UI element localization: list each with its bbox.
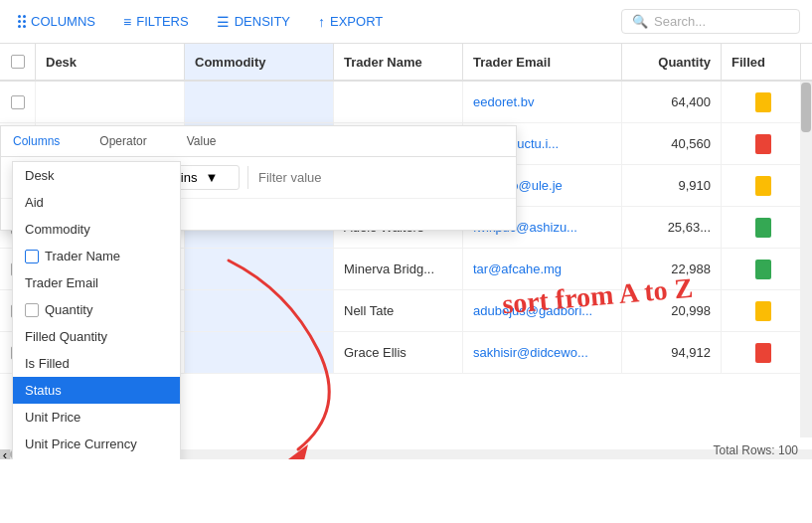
cell-quantity: 64,400: [622, 82, 722, 122]
filters-label: FILTERS: [136, 14, 189, 29]
cell-trader-name: Grace Ellis: [334, 332, 463, 373]
density-icon: ☰: [217, 14, 230, 30]
col-dropdown-item-aid[interactable]: Aid: [13, 189, 180, 216]
col-dropdown-item-status[interactable]: Status: [13, 377, 180, 404]
columns-icon: [18, 15, 26, 28]
cell-quantity: 25,63...: [622, 207, 722, 248]
filters-icon: ≡: [123, 14, 131, 30]
header-trader-email: Trader Email: [463, 44, 622, 80]
filter-header: Columns Operator Value: [1, 126, 516, 157]
export-icon: ↑: [318, 14, 325, 30]
cell-quantity: 22,988: [622, 249, 722, 289]
col-dropdown-item-filled-qty[interactable]: Filled Quantity: [13, 323, 180, 350]
filter-columns-label: Columns: [13, 134, 60, 148]
col-dropdown-item-unit-price[interactable]: Unit Price: [13, 404, 180, 431]
filter-value-input[interactable]: [247, 166, 504, 189]
density-button[interactable]: ☰ DENSITY: [211, 10, 296, 34]
filter-operator-chevron: ▼: [205, 170, 218, 185]
header-filled: Filled: [722, 44, 801, 80]
filter-value-label: Value: [187, 134, 217, 148]
scroll-left-arrow[interactable]: ‹: [0, 449, 10, 459]
cell-commodity: [185, 332, 334, 373]
header-checkbox-cell: [0, 44, 36, 80]
header-quantity: Quantity: [622, 44, 722, 80]
header-desk: Desk: [36, 44, 185, 80]
cell-trader-email: eedoret.bv: [463, 82, 622, 122]
cell-quantity: 40,560: [622, 123, 722, 164]
cell-filled: [722, 249, 801, 289]
table-header: Desk Commodity Trader Name Trader Email …: [0, 44, 812, 82]
cell-trader-email: adubojus@gadbori...: [463, 290, 622, 331]
cell-commodity: [185, 82, 334, 122]
export-button[interactable]: ↑ EXPORT: [312, 10, 389, 34]
cell-filled: [722, 82, 801, 122]
density-label: DENSITY: [235, 14, 290, 29]
cell-filled: [722, 207, 801, 248]
col-dropdown-item-is-filled[interactable]: Is Filled: [13, 350, 180, 377]
col-dropdown-item-sub-total[interactable]: Sub Total: [13, 457, 180, 459]
cell-trader-email: sakhisir@didcewo...: [463, 332, 622, 373]
search-placeholder: Search...: [654, 14, 706, 29]
header-trader-name: Trader Name: [334, 44, 463, 80]
row-checkbox: [0, 82, 36, 122]
cell-trader-name: Minerva Bridg...: [334, 249, 463, 289]
cell-trader-email: tar@afcahe.mg: [463, 249, 622, 289]
table-row: eedoret.bv 64,400: [0, 82, 812, 123]
col-dropdown-item-quantity[interactable]: Quantity: [13, 296, 180, 323]
filters-button[interactable]: ≡ FILTERS: [117, 10, 195, 34]
cell-filled: [722, 290, 801, 331]
column-dropdown: Desk Aid Commodity Trader Name Trader Em…: [12, 161, 181, 459]
header-commodity: Commodity: [185, 44, 334, 80]
columns-button[interactable]: COLUMNS: [12, 10, 101, 33]
columns-label: COLUMNS: [31, 14, 95, 29]
cell-trader-name: [334, 82, 463, 122]
cell-filled: [722, 165, 801, 206]
cell-commodity: [185, 290, 334, 331]
cell-trader-name: Nell Tate: [334, 290, 463, 331]
cell-filled: [722, 123, 801, 164]
search-icon: 🔍: [632, 14, 648, 29]
cell-commodity: [185, 249, 334, 289]
col-dropdown-item-desk[interactable]: Desk: [13, 162, 180, 189]
cell-desk: [36, 82, 185, 122]
search-box[interactable]: 🔍 Search...: [621, 9, 800, 34]
col-dropdown-item-unit-price-currency[interactable]: Unit Price Currency: [13, 431, 180, 457]
table-footer: Total Rows: 100: [714, 441, 798, 459]
col-dropdown-item-commodity[interactable]: Commodity: [13, 216, 180, 243]
cell-quantity: 94,912: [622, 332, 722, 373]
select-all-checkbox[interactable]: [11, 55, 25, 69]
cell-quantity: 9,910: [622, 165, 722, 206]
vertical-scrollbar[interactable]: [800, 82, 812, 437]
vscroll-thumb[interactable]: [801, 83, 811, 132]
total-rows: Total Rows: 100: [714, 443, 798, 457]
export-label: EXPORT: [330, 14, 383, 29]
cell-quantity: 20,998: [622, 290, 722, 331]
col-dropdown-item-trader-name[interactable]: Trader Name: [13, 243, 180, 269]
cell-filled: [722, 332, 801, 373]
toolbar: COLUMNS ≡ FILTERS ☰ DENSITY ↑ EXPORT 🔍 S…: [0, 0, 812, 44]
filter-operator-label: Operator: [99, 134, 146, 148]
col-dropdown-item-trader-email[interactable]: Trader Email: [13, 269, 180, 296]
